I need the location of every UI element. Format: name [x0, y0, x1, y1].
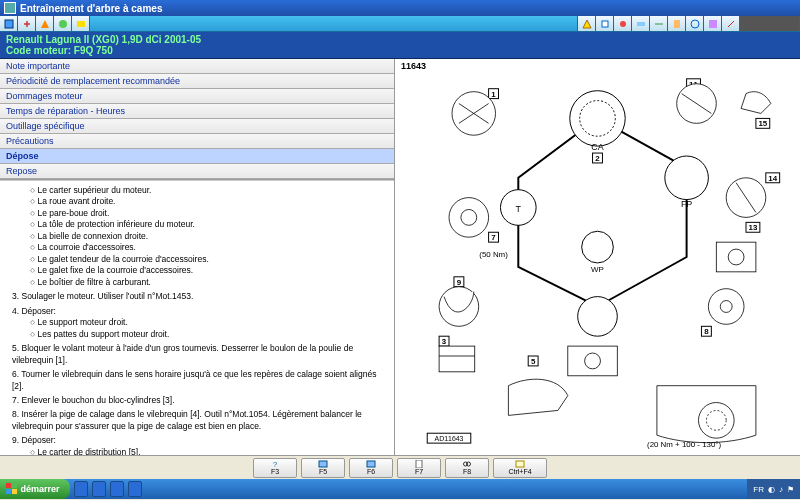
bullet-list: Le carter supérieur du moteur. La roue a…	[30, 185, 388, 288]
nav-item[interactable]: Note importante	[0, 59, 394, 74]
list-item: La tôle de protection inférieure du mote…	[30, 219, 388, 230]
list-item: Le pare-boue droit.	[30, 208, 388, 219]
tb-btn-r6[interactable]	[668, 16, 686, 31]
tray-icon[interactable]: ♪	[779, 485, 783, 494]
fn-f7[interactable]: F7	[397, 458, 441, 478]
svg-text:9: 9	[457, 278, 462, 287]
main-area: Note importante Périodicité de remplacem…	[0, 59, 800, 455]
svg-point-16	[582, 231, 614, 263]
list-item: Le carter supérieur du moteur.	[30, 185, 388, 196]
list-item: Le galet tendeur de la courroie d'access…	[30, 254, 388, 265]
tb-btn-5[interactable]	[72, 16, 90, 31]
window-titlebar: Entraînement d'arbre à cames	[0, 0, 800, 16]
taskbar-task[interactable]	[110, 481, 124, 497]
windows-logo-icon	[6, 483, 18, 495]
tb-btn-r4[interactable]	[632, 16, 650, 31]
svg-rect-78	[6, 483, 11, 488]
tb-btn-r1[interactable]	[578, 16, 596, 31]
vehicle-line2: Code moteur: F9Q 750	[6, 45, 794, 56]
svg-rect-0	[5, 20, 13, 28]
tray-icon[interactable]: ⚑	[787, 485, 794, 494]
list-item: Le galet fixe de la courroie d'accessoir…	[30, 265, 388, 276]
list-item: La bielle de connexion droite.	[30, 231, 388, 242]
svg-point-14	[665, 156, 709, 200]
nav-item-active[interactable]: Dépose	[0, 149, 394, 164]
fn-ctrl-f4[interactable]: Ctrl+F4	[493, 458, 547, 478]
svg-rect-72	[319, 461, 327, 467]
tb-btn-r9[interactable]	[722, 16, 740, 31]
vehicle-header: Renault Laguna II (XG0) 1,9D dCi 2001-05…	[0, 32, 800, 59]
svg-point-2	[59, 20, 67, 28]
step-6: 6. Tourner le vilebrequin dans le sens h…	[12, 369, 388, 392]
step-4: 4. Déposer:	[12, 306, 388, 317]
svg-text:14: 14	[768, 174, 777, 183]
svg-text:AD11643: AD11643	[435, 435, 464, 442]
tb-status	[740, 16, 800, 31]
timing-belt-diagram: CA FP WP T 1 2 3 4 5 6 7 8 9 10 11 12	[395, 59, 800, 455]
svg-rect-8	[674, 20, 680, 28]
fn-f3[interactable]: ?F3	[253, 458, 297, 478]
svg-text:5: 5	[531, 357, 536, 366]
svg-text:?: ?	[273, 460, 278, 468]
svg-text:2: 2	[595, 154, 600, 163]
nav-item[interactable]: Précautions	[0, 134, 394, 149]
list-item: Le carter de distribution [5].	[30, 447, 388, 455]
svg-point-54	[461, 209, 477, 225]
tb-btn-r5[interactable]	[650, 16, 668, 31]
tray-icon[interactable]: ◐	[768, 485, 775, 494]
svg-rect-5	[602, 21, 608, 27]
svg-text:1: 1	[491, 90, 496, 99]
nav-item[interactable]: Périodicité de remplacement recommandée	[0, 74, 394, 89]
taskbar-task[interactable]	[128, 481, 142, 497]
svg-text:T: T	[516, 204, 522, 214]
nav-list: Note importante Périodicité de remplacem…	[0, 59, 394, 180]
taskbar-task[interactable]	[74, 481, 88, 497]
tb-btn-1[interactable]	[0, 16, 18, 31]
left-panel: Note importante Périodicité de remplacem…	[0, 59, 395, 455]
svg-point-11	[570, 91, 625, 146]
svg-rect-73	[367, 461, 375, 467]
tb-btn-r2[interactable]	[596, 16, 614, 31]
nav-item[interactable]: Outillage spécifique	[0, 119, 394, 134]
svg-rect-61	[439, 346, 475, 372]
system-tray: FR ◐ ♪ ⚑	[747, 479, 800, 499]
step-7: 7. Enlever le bouchon du bloc-cylindres …	[12, 395, 388, 406]
step-5: 5. Bloquer le volant moteur à l'aide d'u…	[12, 343, 388, 366]
fn-f5[interactable]: F5	[301, 458, 345, 478]
svg-text:8: 8	[704, 327, 709, 336]
svg-point-60	[720, 301, 732, 313]
fn-f6[interactable]: F6	[349, 458, 393, 478]
tb-btn-3[interactable]	[36, 16, 54, 31]
svg-point-6	[620, 21, 626, 27]
content-pane[interactable]: Le carter supérieur du moteur. La roue a…	[0, 180, 394, 455]
toolbar-spacer	[90, 16, 578, 31]
svg-rect-80	[6, 489, 11, 494]
nav-item[interactable]: Dommages moteur	[0, 89, 394, 104]
tb-btn-r3[interactable]	[614, 16, 632, 31]
app-icon	[4, 2, 16, 14]
nav-item[interactable]: Repose	[0, 164, 394, 179]
step-3: 3. Soulager le moteur. Utiliser l'outil …	[12, 291, 388, 302]
list-item: Les pattes du support moteur droit.	[30, 329, 388, 340]
svg-point-9	[691, 20, 699, 28]
svg-rect-7	[637, 22, 645, 26]
svg-text:(20 Nm + 100 - 130°): (20 Nm + 100 - 130°)	[647, 440, 721, 449]
tb-btn-4[interactable]	[54, 16, 72, 31]
tb-btn-r7[interactable]	[686, 16, 704, 31]
start-button[interactable]: démarrer	[0, 479, 70, 499]
tray-lang[interactable]: FR	[753, 485, 764, 494]
nav-item[interactable]: Temps de réparation - Heures	[0, 104, 394, 119]
fn-f8[interactable]: F8	[445, 458, 489, 478]
tb-btn-2[interactable]	[18, 16, 36, 31]
svg-point-66	[706, 410, 726, 430]
svg-text:13: 13	[749, 223, 758, 232]
svg-point-20	[578, 297, 618, 337]
taskbar-task[interactable]	[92, 481, 106, 497]
list-item: Le support moteur droit.	[30, 317, 388, 328]
taskbar: démarrer FR ◐ ♪ ⚑	[0, 479, 800, 499]
diagram-panel: 11643 CA FP WP T 1 2 3 4 5 6 7 8	[395, 59, 800, 455]
list-item: La roue avant droite.	[30, 196, 388, 207]
svg-rect-81	[12, 489, 17, 494]
window-title: Entraînement d'arbre à cames	[20, 3, 162, 14]
tb-btn-r8[interactable]	[704, 16, 722, 31]
